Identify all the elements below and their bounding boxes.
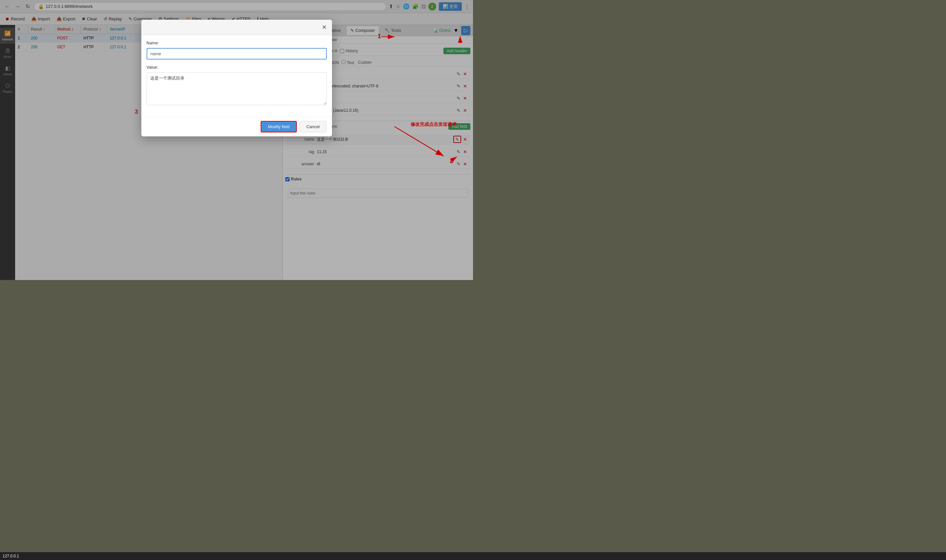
cancel-dialog-button[interactable]: Cancel	[300, 121, 326, 132]
dialog-close-button[interactable]: ✕	[322, 24, 327, 31]
dialog-name-label: Name:	[147, 40, 327, 45]
dialog-overlay: ✕ Name: Value: 这是一个测试目录 Modify field Can…	[0, 0, 473, 280]
modify-field-dialog: ✕ Name: Value: 这是一个测试目录 Modify field Can…	[142, 20, 332, 136]
dialog-name-input[interactable]	[147, 48, 327, 60]
modify-field-button[interactable]: Modify field	[261, 121, 297, 132]
dialog-header: ✕	[142, 20, 332, 35]
dialog-body: Name: Value: 这是一个测试目录	[142, 35, 332, 117]
dialog-value-field: Value: 这是一个测试目录	[147, 65, 327, 106]
dialog-footer: Modify field Cancel	[142, 117, 332, 136]
dialog-name-field: Name:	[147, 40, 327, 60]
dialog-value-textarea[interactable]: 这是一个测试目录	[147, 72, 327, 105]
dialog-value-label: Value:	[147, 65, 327, 70]
